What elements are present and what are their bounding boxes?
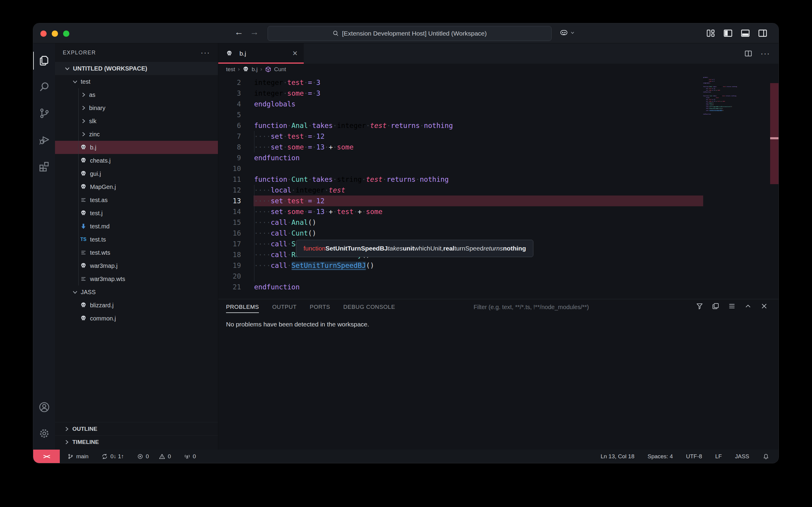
- tab-bj[interactable]: b.j ✕: [218, 43, 304, 64]
- status-error[interactable]: 0: [137, 453, 149, 460]
- breadcrumb-folder[interactable]: test: [226, 66, 235, 73]
- tree-item-test.wts[interactable]: test.wts: [55, 246, 218, 259]
- tree-item-test[interactable]: test: [55, 75, 218, 88]
- navigate-forward-button[interactable]: →: [248, 27, 260, 37]
- editor-actions-ellipsis-icon[interactable]: ···: [761, 49, 770, 58]
- tree-item-label: test.ts: [90, 236, 106, 243]
- status-spaces-4[interactable]: Spaces: 4: [648, 453, 673, 460]
- tree-item-workspace-root[interactable]: UNTITLED (WORKSPACE): [55, 62, 218, 75]
- tree-item-slk[interactable]: slk: [55, 114, 218, 128]
- code-editor[interactable]: 2integer·test·=·33integer·some·=·34endgl…: [218, 75, 778, 299]
- status-sync[interactable]: 0↓ 1↑: [101, 453, 124, 460]
- status-lf[interactable]: LF: [715, 453, 722, 460]
- status-warning[interactable]: 0: [159, 453, 171, 460]
- code-line-2[interactable]: 2integer·test·=·3: [218, 77, 703, 88]
- status-jass[interactable]: JASS: [735, 453, 749, 460]
- sidebar-item-source-control[interactable]: [33, 100, 55, 126]
- sidebar-item-explorer[interactable]: [33, 48, 55, 74]
- chevron-right-icon: [63, 426, 70, 432]
- tree-item-MapGen.j[interactable]: MapGen.j: [55, 180, 218, 193]
- line-number: 14: [218, 206, 241, 217]
- tree-item-test.ts[interactable]: TStest.ts: [55, 233, 218, 246]
- customize-layout-icon[interactable]: [706, 28, 716, 38]
- maximize-window-button[interactable]: [63, 31, 69, 37]
- maximize-panel-icon[interactable]: [744, 302, 752, 310]
- code-line-9[interactable]: 9endfunction: [218, 153, 703, 163]
- code-line-21[interactable]: 21endfunction: [218, 282, 703, 292]
- toggle-primary-sidebar-icon[interactable]: [723, 28, 733, 38]
- tree-item-test.as[interactable]: test.as: [55, 193, 218, 207]
- close-window-button[interactable]: [40, 31, 47, 37]
- tree-item-as[interactable]: as: [55, 88, 218, 101]
- panel-tab-output[interactable]: OUTPUT: [272, 299, 297, 315]
- code-line-5[interactable]: 5: [218, 109, 703, 120]
- tree-item-blizzard.j[interactable]: blizzard.j: [55, 299, 218, 312]
- sidebar-item-search[interactable]: [33, 74, 55, 100]
- close-panel-icon[interactable]: [760, 302, 768, 310]
- tree-item-JASS[interactable]: JASS: [55, 285, 218, 299]
- explorer-actions-ellipsis-icon[interactable]: ···: [200, 48, 210, 57]
- breadcrumb-file[interactable]: b.j: [252, 66, 258, 73]
- gear-icon: [38, 427, 51, 440]
- section-timeline[interactable]: TIMELINE: [55, 435, 218, 448]
- toggle-panel-icon[interactable]: [740, 28, 750, 38]
- copilot-menu[interactable]: [559, 27, 575, 38]
- code-line-15[interactable]: 15····call·Anal(): [218, 217, 703, 228]
- workspace-label: UNTITLED (WORKSPACE): [73, 65, 148, 72]
- chevron-down-icon: [570, 30, 575, 35]
- panel-tab-ports[interactable]: PORTS: [310, 299, 330, 315]
- command-center-search[interactable]: [Extension Development Host] Untitled (W…: [268, 26, 552, 41]
- code-line-6[interactable]: 6function·Anal·takes·integer·test·return…: [218, 120, 703, 131]
- indent-guide: [78, 180, 79, 193]
- tree-item-gui.j[interactable]: gui.j: [55, 167, 218, 180]
- tree-item-test.j[interactable]: test.j: [55, 207, 218, 220]
- group-icon[interactable]: [711, 302, 720, 310]
- code-line-14[interactable]: 14····set·some·=·13·+·test·+·some: [218, 206, 703, 217]
- minimap[interactable]: globalsinteger test = 3integer some = 3e…: [703, 76, 770, 127]
- code-line-19[interactable]: 19····call·SetUnitTurnSpeedBJ(): [218, 260, 703, 271]
- code-line-11[interactable]: 11function·Cunt·takes·string·test·return…: [218, 174, 703, 185]
- breadcrumb: test › b.j › Cunt: [218, 64, 778, 75]
- breadcrumb-symbol[interactable]: Cunt: [274, 66, 286, 73]
- code-line-20[interactable]: 20: [218, 271, 703, 282]
- tree-item-b.j[interactable]: b.j: [55, 141, 218, 154]
- remote-indicator[interactable]: ><: [33, 450, 60, 463]
- tree-item-test.md[interactable]: test.md: [55, 220, 218, 233]
- code-line-13[interactable]: 13····set·test·=·12: [218, 195, 703, 206]
- code-line-8[interactable]: 8····set·some·=·13·+·some: [218, 142, 703, 153]
- tree-item-binary[interactable]: binary: [55, 101, 218, 114]
- sidebar-item-run-debug[interactable]: [33, 126, 55, 153]
- toggle-secondary-sidebar-icon[interactable]: [758, 28, 768, 38]
- tree-item-war3map.j[interactable]: war3map.j: [55, 259, 218, 272]
- tree-item-war3map.wts[interactable]: war3map.wts: [55, 272, 218, 285]
- code-line-7[interactable]: 7····set·test·=·12: [218, 131, 703, 142]
- section-outline[interactable]: OUTLINE: [55, 422, 218, 435]
- code-line-10[interactable]: 10: [218, 163, 703, 174]
- status-ln-13-col-18[interactable]: Ln 13, Col 18: [601, 453, 634, 460]
- overview-ruler[interactable]: [770, 75, 778, 299]
- tree-item-zinc[interactable]: zinc: [55, 128, 218, 141]
- status-git-branch[interactable]: main: [67, 453, 89, 460]
- minimize-window-button[interactable]: [52, 31, 58, 37]
- status-utf-8[interactable]: UTF-8: [686, 453, 702, 460]
- status-bell[interactable]: [762, 453, 769, 460]
- problems-filter-input[interactable]: [473, 299, 658, 315]
- code-line-4[interactable]: 4endglobals: [218, 99, 703, 109]
- navigate-back-button[interactable]: ←: [233, 27, 245, 37]
- tree-item-cheats.j[interactable]: cheats.j: [55, 154, 218, 167]
- panel-tab-problems[interactable]: PROBLEMS: [226, 299, 259, 315]
- settings-button[interactable]: [33, 420, 55, 447]
- code-line-16[interactable]: 16····call·Cunt(): [218, 228, 703, 238]
- view-list-icon[interactable]: [728, 302, 736, 310]
- close-tab-icon[interactable]: ✕: [292, 50, 298, 57]
- sidebar-item-extensions[interactable]: [33, 153, 55, 179]
- accounts-button[interactable]: [33, 394, 55, 420]
- split-editor-icon[interactable]: [744, 49, 753, 58]
- panel-tab-debug-console[interactable]: DEBUG CONSOLE: [343, 299, 395, 315]
- filter-icon[interactable]: [695, 302, 704, 310]
- code-line-12[interactable]: 12····local·integer·test: [218, 185, 703, 195]
- status-broadcast[interactable]: 0: [184, 453, 196, 460]
- indent-guide: [78, 167, 79, 180]
- tree-item-common.j[interactable]: common.j: [55, 312, 218, 325]
- code-line-3[interactable]: 3integer·some·=·3: [218, 88, 703, 99]
